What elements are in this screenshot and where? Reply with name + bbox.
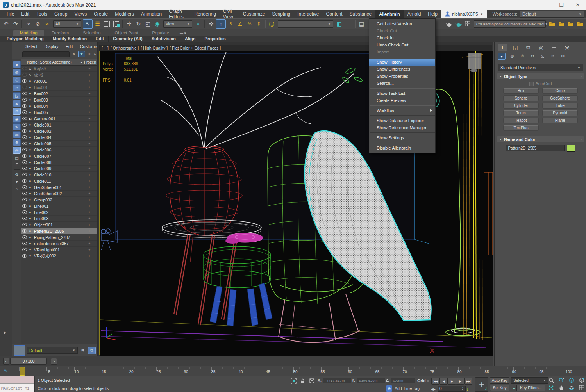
workspace-dropdown[interactable]: Default ▼ <box>520 11 584 18</box>
eye-icon[interactable] <box>22 198 27 201</box>
frozen-cell[interactable]: + <box>82 235 97 239</box>
alienbrain-menu-item-show-reference-manager[interactable]: Show Reference Manager <box>369 124 435 131</box>
layer-manager-icon[interactable]: ≋ <box>79 347 86 354</box>
cat-geometry[interactable]: ● <box>498 53 506 60</box>
menu-help[interactable]: Help <box>424 10 441 18</box>
frozen-cell[interactable]: + <box>82 192 97 196</box>
create-pyramid-button[interactable]: Pyramid <box>542 110 578 116</box>
frozen-cell[interactable]: + <box>82 98 97 102</box>
eye-icon[interactable] <box>22 179 27 183</box>
maxscript-listener-row[interactable]: MAXScript Mi <box>0 384 34 392</box>
display-geometry-icon[interactable]: ● <box>13 61 21 68</box>
explorer-tab-customize[interactable]: Customize <box>77 44 98 49</box>
viewport-header-segment-1[interactable]: [ Orthographic ] <box>111 46 139 50</box>
visibility-cell[interactable] <box>21 110 27 114</box>
ribbon-overflow-icon[interactable]: ▬ ▾ <box>177 31 189 36</box>
visibility-cell[interactable] <box>21 92 27 95</box>
list-item[interactable]: ●Box002+ <box>21 91 97 97</box>
eye-icon[interactable] <box>22 110 27 114</box>
tab-utilities[interactable]: ⚒ <box>562 44 572 51</box>
named-sets-dropdown[interactable]: ▼ <box>278 20 333 28</box>
explorer-tab-select[interactable]: Select <box>22 44 41 49</box>
list-item[interactable]: ●Box004+ <box>21 103 97 109</box>
frozen-cell[interactable]: + <box>82 86 97 89</box>
alienbrain-menu-item-show-differences[interactable]: Show Differences <box>369 66 435 73</box>
zoom-all-icon[interactable] <box>557 377 566 383</box>
visibility-cell[interactable] <box>21 167 27 170</box>
tab-modify[interactable]: ◱ <box>511 44 520 51</box>
selection-lock-icon[interactable] <box>299 378 306 384</box>
list-view-icon[interactable]: ▤ <box>13 155 20 161</box>
frozen-cell[interactable]: + <box>82 73 97 77</box>
frozen-cell[interactable]: + <box>82 110 97 114</box>
eye-icon[interactable] <box>22 235 27 239</box>
visibility-cell[interactable] <box>21 79 27 83</box>
list-item[interactable]: ●Circle011+ <box>21 178 97 184</box>
list-item[interactable]: ●Line001+ <box>21 203 97 209</box>
x-coordinate-field[interactable]: -4417.817m <box>323 378 351 383</box>
display-frozen-icon[interactable]: ❆ <box>13 139 21 146</box>
display-hidden-icon[interactable]: ◎ <box>13 147 21 154</box>
selection-filter-dropdown[interactable]: All▼ <box>53 20 81 28</box>
frozen-cell[interactable]: + <box>82 179 97 183</box>
alienbrain-menu-item-disable-alienbrain[interactable]: Disable Alienbrain <box>369 144 435 151</box>
explorer-search-input[interactable] <box>22 51 70 57</box>
frozen-cell[interactable]: + <box>82 135 97 139</box>
visibility-cell[interactable] <box>21 192 27 195</box>
frozen-cell[interactable]: + <box>82 148 97 152</box>
key-filters-button[interactable]: Key Filters... <box>516 385 545 391</box>
viewport-layout-icon[interactable] <box>463 20 472 28</box>
alienbrain-menu-item-show-settings[interactable]: Show Settings... <box>369 134 435 141</box>
close-button[interactable]: ✕ <box>570 0 586 10</box>
eye-icon[interactable] <box>22 185 27 189</box>
frozen-cell[interactable]: + <box>82 204 97 208</box>
visibility-cell[interactable] <box>21 135 27 139</box>
user-account-chip[interactable]: njohnsJXCP5 ▼ <box>441 10 487 18</box>
frozen-cell[interactable]: + <box>82 248 97 252</box>
search-filter-icon[interactable]: ▼ <box>78 51 85 57</box>
ribbon-tab-modeling[interactable]: Modeling <box>13 30 44 36</box>
list-item[interactable]: ●Circle009+ <box>21 166 97 172</box>
create-sphere-button[interactable]: Sphere <box>503 95 539 101</box>
visibility-cell[interactable] <box>21 160 27 164</box>
menu-interactive[interactable]: Interactive <box>294 10 322 18</box>
visibility-cell[interactable] <box>21 86 27 89</box>
list-item[interactable]: ●Line002+ <box>21 209 97 216</box>
frozen-cell[interactable]: + <box>82 117 97 121</box>
menu-edit[interactable]: Edit <box>18 10 33 18</box>
frozen-cell[interactable]: + <box>82 210 97 214</box>
display-spacewarps-icon[interactable]: ≋ <box>13 100 21 107</box>
tab-hierarchy[interactable]: ⧉ <box>523 44 533 51</box>
z-coordinate-field[interactable]: 0.0mm <box>391 378 415 383</box>
play-button[interactable]: ▶ <box>448 378 456 385</box>
asset-tracking-icon[interactable] <box>566 20 575 28</box>
search-clear-icon[interactable]: ✕ <box>71 51 77 57</box>
list-item[interactable]: ●Group002+ <box>21 197 97 203</box>
ribbon-tab-freeform[interactable]: Freeform <box>45 30 76 36</box>
use-pivot-point-icon[interactable]: ⌖ <box>194 20 203 28</box>
filter-settings-icon[interactable]: ⚙ <box>13 171 20 178</box>
select-and-manipulate-icon[interactable]: ✜ <box>207 20 216 28</box>
list-item[interactable]: ●Circle002+ <box>21 128 97 134</box>
select-by-name-icon[interactable]: ☰ <box>93 20 102 28</box>
list-item[interactable]: ●Box005+ <box>21 109 97 116</box>
frozen-cell[interactable]: + <box>82 198 97 202</box>
frozen-cell[interactable]: + <box>82 154 97 158</box>
set-keys-button[interactable]: +⚷ <box>475 377 488 392</box>
list-item[interactable]: ◧Camera001+ <box>21 116 97 122</box>
go-to-end-button[interactable]: ▶▶| <box>464 378 472 385</box>
mirror-icon[interactable]: ◧ <box>335 20 344 28</box>
file-link-icon[interactable] <box>575 20 584 28</box>
visibility-cell[interactable] <box>21 129 27 133</box>
project-folder-path-dropdown[interactable]: C:\Users\njohn\Documents\3ds Max 2021▼ <box>474 20 546 28</box>
eye-icon[interactable] <box>22 135 27 139</box>
bind-to-space-warp-icon[interactable]: ≈ <box>43 20 52 28</box>
current-frame-field[interactable]: 0 ▲▼ <box>438 386 466 392</box>
name-color-rollout-header[interactable]: ▼ Name and Color ▫ <box>497 136 584 142</box>
eye-icon[interactable] <box>22 104 27 108</box>
explorer-tab-display[interactable]: Display <box>41 44 62 49</box>
snaps-toggle-icon[interactable]: ↑ <box>216 19 226 29</box>
eye-icon[interactable] <box>22 223 27 226</box>
layer-color-swatch[interactable] <box>14 345 25 356</box>
frozen-cell[interactable]: + <box>82 123 97 127</box>
